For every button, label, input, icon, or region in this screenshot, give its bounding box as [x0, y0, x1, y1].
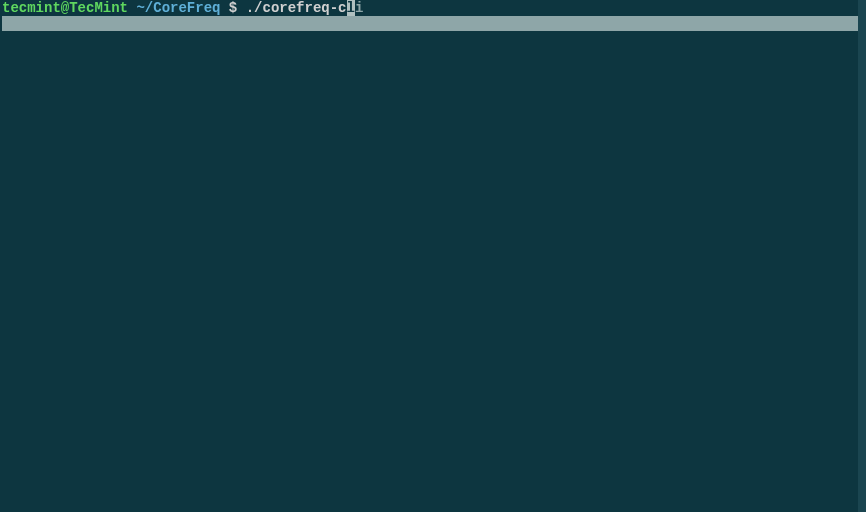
space1 — [128, 0, 136, 16]
space3 — [237, 0, 245, 16]
prompt-symbol: $ — [229, 0, 237, 16]
current-path: ~/CoreFreq — [136, 0, 220, 16]
completion-suffix: i — [355, 0, 363, 16]
space2 — [220, 0, 228, 16]
terminal-window[interactable]: tecmint@TecMint ~/CoreFreq $ ./corefreq-… — [0, 0, 866, 512]
cursor-completion-char: l — [347, 0, 355, 16]
selection-highlight — [2, 16, 858, 31]
user-host: tecmint@TecMint — [2, 0, 128, 16]
scrollbar-gutter[interactable] — [858, 0, 866, 512]
prompt-line: tecmint@TecMint ~/CoreFreq $ ./corefreq-… — [0, 0, 866, 16]
typed-command: ./corefreq-c — [246, 0, 347, 16]
